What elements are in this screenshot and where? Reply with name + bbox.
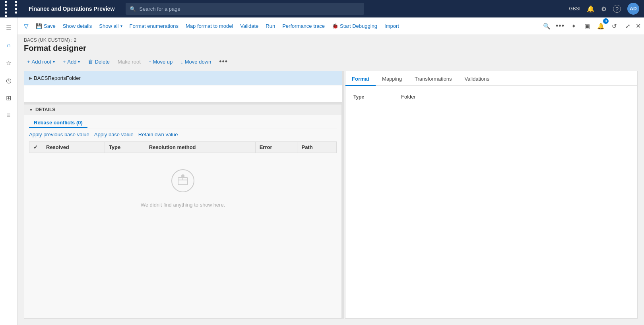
- left-sidebar: ☰ ⌂ ☆ ◷ ⊞ ≡: [0, 17, 17, 325]
- save-button[interactable]: 💾 Save: [33, 21, 59, 31]
- horizontal-splitter[interactable]: [342, 71, 344, 319]
- company-label: GBSI: [569, 6, 580, 12]
- add-plus-icon: +: [63, 59, 66, 65]
- main-layout: ☰ ⌂ ☆ ◷ ⊞ ≡ ▽ 💾 Save Show details Show a…: [0, 17, 644, 325]
- search-icon: 🔍: [130, 6, 136, 12]
- page-title: Format designer: [17, 43, 644, 56]
- performance-trace-button[interactable]: Performance trace: [279, 21, 328, 31]
- svg-point-3: [181, 174, 184, 178]
- toolbar-expand-icon[interactable]: ⤢: [622, 21, 633, 32]
- table-col-path: Path: [297, 142, 337, 153]
- toolbar-right-controls: 🔍 ••• ✦ ▣ 🔔 0 ↺ ⤢ ✕: [541, 21, 641, 32]
- details-tab-bar: Rebase conflicts (0): [29, 118, 337, 128]
- sidebar-recent-icon[interactable]: ◷: [2, 73, 16, 87]
- prop-type-row: Type Folder: [350, 91, 632, 103]
- table-col-resolved: Resolved: [42, 142, 105, 153]
- tab-format[interactable]: Format: [345, 73, 376, 86]
- toolbar-panel-icon[interactable]: ▣: [582, 21, 593, 32]
- validate-button[interactable]: Validate: [237, 21, 262, 31]
- sidebar-hamburger-icon[interactable]: ☰: [2, 21, 16, 35]
- page-toolbar: ▽ 💾 Save Show details Show all ▾ Format …: [17, 17, 644, 35]
- details-inner: Rebase conflicts (0) Apply previous base…: [24, 115, 341, 227]
- bell-icon[interactable]: 🔔: [587, 5, 595, 13]
- delete-button[interactable]: 🗑 Delete: [85, 57, 113, 66]
- table-col-type: Type: [105, 142, 145, 153]
- table-col-error: Error: [255, 142, 297, 153]
- tab-mapping[interactable]: Mapping: [376, 73, 408, 86]
- details-header[interactable]: ▼ DETAILS: [24, 104, 341, 115]
- sidebar-favorites-icon[interactable]: ☆: [2, 56, 16, 70]
- import-button[interactable]: Import: [381, 21, 402, 31]
- run-button[interactable]: Run: [262, 21, 278, 31]
- empty-state: We didn't find anything to show here.: [29, 153, 337, 224]
- prop-type-label: Type: [350, 92, 398, 102]
- conflicts-table: ✓ Resolved Type Resolution method Error …: [29, 141, 337, 153]
- move-down-icon: ↓: [180, 59, 183, 65]
- show-all-button[interactable]: Show all ▾: [96, 21, 125, 31]
- move-up-button[interactable]: ↑ Move up: [145, 57, 176, 66]
- svg-point-0: [172, 170, 194, 192]
- retain-own-value-link[interactable]: Retain own value: [138, 132, 178, 137]
- sidebar-workspace-icon[interactable]: ⊞: [2, 91, 16, 105]
- action-bar: + Add root ▾ + Add ▾ 🗑 Delete Make root …: [17, 56, 644, 71]
- user-avatar[interactable]: AD: [627, 3, 639, 15]
- show-all-chevron-icon: ▾: [120, 24, 122, 28]
- top-nav-right: GBSI 🔔 ⚙ ? AD: [569, 3, 639, 15]
- prop-type-value: Folder: [398, 91, 632, 102]
- show-details-button[interactable]: Show details: [60, 21, 95, 31]
- app-title: Finance and Operations Preview: [29, 6, 114, 12]
- add-root-chevron-icon: ▾: [53, 60, 55, 64]
- help-icon[interactable]: ?: [613, 5, 621, 13]
- apply-previous-base-value-link[interactable]: Apply previous base value: [29, 132, 89, 137]
- app-grid-icon[interactable]: [5, 1, 24, 17]
- tab-validations[interactable]: Validations: [458, 73, 496, 86]
- sidebar-home-icon[interactable]: ⌂: [2, 38, 16, 52]
- left-panel: ▶ BACSReportsFolder ▼ DETAILS: [24, 71, 342, 319]
- move-up-icon: ↑: [149, 59, 151, 65]
- add-root-plus-icon: +: [27, 59, 30, 65]
- save-icon: 💾: [36, 23, 42, 29]
- gear-icon[interactable]: ⚙: [601, 5, 607, 13]
- sidebar-list-icon[interactable]: ≡: [2, 108, 16, 122]
- table-col-checkbox[interactable]: ✓: [29, 142, 42, 153]
- map-format-to-model-button[interactable]: Map format to model: [182, 21, 236, 31]
- table-header: ✓ Resolved Type Resolution method Error …: [29, 142, 337, 153]
- toolbar-close-button[interactable]: ✕: [636, 22, 641, 30]
- empty-state-text: We didn't find anything to show here.: [141, 202, 225, 208]
- content-area: ▽ 💾 Save Show details Show all ▾ Format …: [17, 17, 644, 325]
- move-down-button[interactable]: ↓ Move down: [177, 57, 214, 66]
- breadcrumb: BACS (UK CUSTOM) : 2: [17, 35, 644, 43]
- tree-container[interactable]: ▶ BACSReportsFolder: [24, 71, 342, 103]
- add-root-button[interactable]: + Add root ▾: [24, 57, 58, 66]
- properties-tab-bar: Format Mapping Transformations Validatio…: [345, 71, 637, 86]
- rebase-conflicts-tab[interactable]: Rebase conflicts (0): [29, 118, 87, 128]
- properties-pane: Format Mapping Transformations Validatio…: [345, 71, 638, 319]
- empty-state-icon: [171, 169, 195, 197]
- delete-icon: 🗑: [88, 59, 93, 65]
- properties-content: Type Folder: [345, 86, 637, 318]
- filter-icon[interactable]: ▽: [21, 21, 32, 32]
- toolbar-refresh-icon[interactable]: ↺: [609, 21, 620, 32]
- details-collapse-icon: ▼: [29, 108, 33, 112]
- format-enumerations-button[interactable]: Format enumerations: [126, 21, 182, 31]
- tab-transformations[interactable]: Transformations: [408, 73, 458, 86]
- search-input[interactable]: [139, 6, 360, 12]
- toolbar-search-icon[interactable]: 🔍: [541, 21, 552, 32]
- add-button[interactable]: + Add ▾: [60, 57, 83, 66]
- more-options-button[interactable]: •••: [216, 56, 231, 68]
- top-nav-bar: Finance and Operations Preview 🔍 GBSI 🔔 …: [0, 0, 644, 17]
- make-root-button: Make root: [114, 57, 144, 66]
- apply-base-value-link[interactable]: Apply base value: [94, 132, 134, 137]
- table-col-resolution-method: Resolution method: [145, 142, 255, 153]
- tree-expand-icon[interactable]: ▶: [27, 75, 34, 81]
- add-chevron-icon: ▾: [78, 60, 80, 64]
- toolbar-customize-icon[interactable]: ✦: [568, 21, 579, 32]
- toolbar-more-icon[interactable]: •••: [555, 21, 566, 32]
- tree-row[interactable]: ▶ BACSReportsFolder: [24, 71, 342, 85]
- start-debugging-button[interactable]: 🐞 Start Debugging: [329, 21, 380, 31]
- details-section: ▼ DETAILS Rebase conflicts (0) Apply pre…: [24, 104, 342, 319]
- conflict-actions: Apply previous base value Apply base val…: [29, 132, 337, 137]
- debug-icon: 🐞: [332, 23, 338, 29]
- search-box[interactable]: 🔍: [126, 3, 364, 15]
- toolbar-notification-badge[interactable]: 🔔 0: [595, 21, 606, 32]
